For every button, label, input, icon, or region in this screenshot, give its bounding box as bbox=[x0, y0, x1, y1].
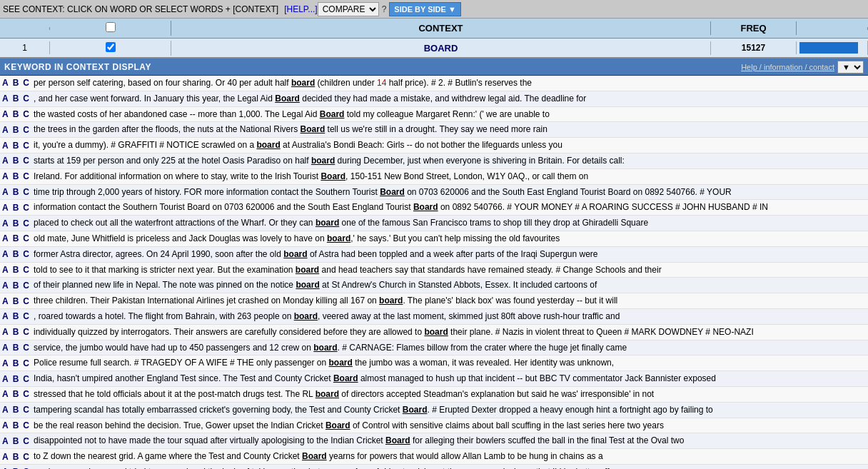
abc-c[interactable]: C bbox=[21, 138, 31, 153]
abc-b[interactable]: B bbox=[11, 262, 21, 278]
row-checkbox[interactable] bbox=[106, 42, 116, 52]
abc-a[interactable]: A bbox=[0, 91, 11, 106]
abc-a[interactable]: A bbox=[0, 464, 11, 469]
abc-c[interactable]: C bbox=[21, 106, 31, 122]
abc-c[interactable]: C bbox=[21, 262, 31, 278]
abc-b[interactable]: B bbox=[11, 355, 21, 371]
concordance-row: A B C old mate, June Whitfield is pricel… bbox=[0, 231, 868, 246]
abc-b[interactable]: B bbox=[11, 433, 21, 449]
abc-a[interactable]: A bbox=[0, 262, 11, 278]
abc-b[interactable]: B bbox=[11, 308, 21, 324]
abc-b[interactable]: B bbox=[11, 293, 21, 309]
abc-c[interactable]: C bbox=[21, 200, 31, 216]
keyword-match: board bbox=[296, 280, 319, 290]
abc-a[interactable]: A bbox=[0, 246, 11, 262]
abc-b[interactable]: B bbox=[11, 402, 21, 418]
abc-b[interactable]: B bbox=[11, 168, 21, 184]
abc-c[interactable]: C bbox=[21, 122, 31, 138]
abc-b[interactable]: B bbox=[11, 200, 21, 216]
abc-a[interactable]: A bbox=[0, 402, 11, 418]
abc-a[interactable]: A bbox=[0, 122, 11, 138]
abc-b[interactable]: B bbox=[11, 122, 21, 138]
abc-b[interactable]: B bbox=[11, 231, 21, 246]
abc-b[interactable]: B bbox=[11, 418, 21, 433]
abc-a[interactable]: A bbox=[0, 386, 11, 402]
keyword-match: board bbox=[283, 249, 307, 259]
abc-a[interactable]: A bbox=[0, 324, 11, 340]
abc-a[interactable]: A bbox=[0, 293, 11, 309]
abc-b[interactable]: B bbox=[11, 464, 21, 469]
abc-c[interactable]: C bbox=[21, 184, 31, 200]
keyword-match: Board bbox=[275, 94, 300, 104]
keyword-match: board bbox=[256, 140, 280, 150]
concordance-row: A B C information contact the Southern T… bbox=[0, 200, 868, 216]
abc-a[interactable]: A bbox=[0, 449, 11, 465]
abc-b[interactable]: B bbox=[11, 91, 21, 106]
abc-a[interactable]: A bbox=[0, 340, 11, 355]
abc-a[interactable]: A bbox=[0, 371, 11, 387]
abc-a[interactable]: A bbox=[0, 278, 11, 293]
abc-c[interactable]: C bbox=[21, 340, 31, 355]
abc-b[interactable]: B bbox=[11, 371, 21, 387]
select-all-checkbox[interactable] bbox=[106, 22, 116, 32]
abc-c[interactable]: C bbox=[21, 386, 31, 402]
abc-a[interactable]: A bbox=[0, 76, 11, 91]
question-mark[interactable]: ? bbox=[382, 4, 387, 14]
abc-b[interactable]: B bbox=[11, 386, 21, 402]
help-info-link[interactable]: Help / information / contact bbox=[741, 63, 834, 71]
abc-a[interactable]: A bbox=[0, 168, 11, 184]
help-dropdown[interactable]: ▼ bbox=[837, 61, 864, 74]
abc-a[interactable]: A bbox=[0, 355, 11, 371]
compare-dropdown[interactable]: COMPARE bbox=[318, 2, 379, 16]
concordance-text: told to see to it that marking is strict… bbox=[31, 262, 868, 278]
abc-c[interactable]: C bbox=[21, 91, 31, 106]
abc-c[interactable]: C bbox=[21, 371, 31, 387]
abc-c[interactable]: C bbox=[21, 324, 31, 340]
abc-a[interactable]: A bbox=[0, 216, 11, 231]
abc-b[interactable]: B bbox=[11, 76, 21, 91]
abc-c[interactable]: C bbox=[21, 153, 31, 168]
concordance-text: Ireland. For additional information on w… bbox=[31, 168, 868, 184]
abc-b[interactable]: B bbox=[11, 340, 21, 355]
abc-c[interactable]: C bbox=[21, 418, 31, 433]
abc-b[interactable]: B bbox=[11, 324, 21, 340]
abc-a[interactable]: A bbox=[0, 153, 11, 168]
abc-b[interactable]: B bbox=[11, 138, 21, 153]
abc-c[interactable]: C bbox=[21, 278, 31, 293]
abc-c[interactable]: C bbox=[21, 293, 31, 309]
abc-a[interactable]: A bbox=[0, 433, 11, 449]
compare-area: COMPARE ? SIDE BY SIDE ▼ bbox=[318, 2, 461, 16]
help-link[interactable]: [HELP...] bbox=[284, 4, 317, 14]
concordance-text: service, the jumbo would have had up to … bbox=[31, 340, 868, 355]
abc-a[interactable]: A bbox=[0, 308, 11, 324]
abc-c[interactable]: C bbox=[21, 246, 31, 262]
abc-c[interactable]: C bbox=[21, 76, 31, 91]
abc-a[interactable]: A bbox=[0, 231, 11, 246]
abc-c[interactable]: C bbox=[21, 168, 31, 184]
abc-b[interactable]: B bbox=[11, 278, 21, 293]
abc-c[interactable]: C bbox=[21, 449, 31, 465]
abc-c[interactable]: C bbox=[21, 402, 31, 418]
keyword-match: Board bbox=[333, 373, 358, 383]
abc-a[interactable]: A bbox=[0, 200, 11, 216]
side-by-side-button[interactable]: SIDE BY SIDE ▼ bbox=[389, 2, 461, 16]
abc-c[interactable]: C bbox=[21, 308, 31, 324]
abc-b[interactable]: B bbox=[11, 449, 21, 465]
abc-b[interactable]: B bbox=[11, 106, 21, 122]
abc-a[interactable]: A bbox=[0, 106, 11, 122]
concordance-row: A B C to Z down the nearest grid. A game… bbox=[0, 449, 868, 465]
abc-b[interactable]: B bbox=[11, 153, 21, 168]
abc-b[interactable]: B bbox=[11, 246, 21, 262]
abc-c[interactable]: C bbox=[21, 355, 31, 371]
abc-c[interactable]: C bbox=[21, 464, 31, 469]
abc-a[interactable]: A bbox=[0, 138, 11, 153]
abc-b[interactable]: B bbox=[11, 184, 21, 200]
abc-c[interactable]: C bbox=[21, 231, 31, 246]
data-row: 1 BOARD 15127 bbox=[0, 39, 868, 59]
abc-c[interactable]: C bbox=[21, 433, 31, 449]
abc-b[interactable]: B bbox=[11, 216, 21, 231]
col-header-checkbox bbox=[50, 21, 171, 36]
abc-a[interactable]: A bbox=[0, 418, 11, 433]
abc-a[interactable]: A bbox=[0, 184, 11, 200]
abc-c[interactable]: C bbox=[21, 216, 31, 231]
